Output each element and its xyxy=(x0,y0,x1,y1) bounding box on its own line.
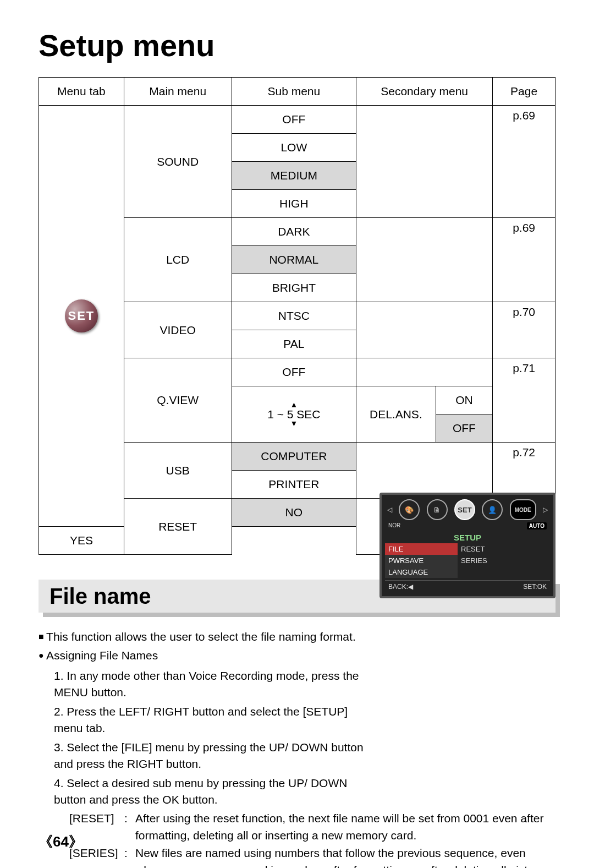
page-qview: p.71 xyxy=(493,358,556,443)
intro-text: This function allows the user to select … xyxy=(38,629,556,645)
sub-lcd-dark: DARK xyxy=(232,218,356,246)
col-page: Page xyxy=(493,78,556,106)
qview-range-text: 1 ~ 5 SEC xyxy=(267,408,320,420)
definitions: [RESET] : After using the reset function… xyxy=(69,810,556,868)
sec-sound xyxy=(356,106,493,218)
def-colon: : xyxy=(124,810,135,844)
user-icon: 👤 xyxy=(482,499,503,520)
steps-list: 1. In any mode other than Voice Recordin… xyxy=(54,668,556,809)
page-lcd: p.69 xyxy=(493,218,556,302)
col-menutab: Menu tab xyxy=(39,78,124,106)
lcd-file: FILE xyxy=(385,543,458,555)
main-reset: RESET xyxy=(124,499,232,555)
sub-qview-off: OFF xyxy=(232,358,356,386)
sub-reset-yes: YES xyxy=(39,527,124,555)
col-mainmenu: Main menu xyxy=(124,78,232,106)
lcd-nor: NOR xyxy=(388,522,400,529)
col-secondary: Secondary menu xyxy=(356,78,493,106)
lcd-figure: ◁ 🎨 🗎 SET 👤 MODE ▷ NOR AUTO SETUP FILERE… xyxy=(380,493,556,598)
col-submenu: Sub menu xyxy=(232,78,356,106)
sec-on: ON xyxy=(436,386,493,414)
step-3: 3. Select the [FILE] menu by pressing th… xyxy=(54,739,373,773)
main-video: VIDEO xyxy=(124,302,232,358)
page-sound: p.69 xyxy=(493,106,556,218)
def-colon: : xyxy=(124,845,135,868)
lcd-setok: SET:OK xyxy=(523,583,547,591)
main-lcd: LCD xyxy=(124,218,232,302)
lcd-setup-label: SETUP xyxy=(385,533,550,542)
sec-off: OFF xyxy=(436,414,493,443)
step-4: 4. Select a desired sub menu by pressing… xyxy=(54,775,373,809)
sub-usb-computer: COMPUTER xyxy=(232,443,356,471)
main-usb: USB xyxy=(124,443,232,499)
lcd-reset-opt: RESET xyxy=(458,543,550,555)
lcd-language: LANGUAGE xyxy=(385,566,458,578)
lcd-auto: AUTO xyxy=(527,522,547,529)
page-num-left: 《 xyxy=(38,833,53,850)
page-usb: p.72 xyxy=(493,443,556,499)
lcd-pwrsave: PWRSAVE xyxy=(385,555,458,566)
sub-sound-low: LOW xyxy=(232,134,356,162)
main-sound: SOUND xyxy=(124,106,232,218)
sub-qview-range: ▲ 1 ~ 5 SEC ▼ xyxy=(232,386,356,443)
sec-video xyxy=(356,302,493,358)
palette-icon: 🎨 xyxy=(399,499,420,520)
lcd-back: BACK:◀ xyxy=(388,583,413,591)
sec-usb xyxy=(356,443,493,499)
sub-video-ntsc: NTSC xyxy=(232,302,356,330)
main-qview: Q.VIEW xyxy=(124,358,232,443)
page-num-value: 64 xyxy=(53,833,69,850)
def-series-text: New files are named using numbers that f… xyxy=(135,845,556,868)
down-arrow-icon: ▼ xyxy=(290,420,298,427)
set-icon: SET xyxy=(65,299,98,332)
page-number: 《64》 xyxy=(38,832,83,851)
body-text: This function allows the user to select … xyxy=(38,629,556,868)
step-1: 1. In any mode other than Voice Recordin… xyxy=(54,668,373,701)
menutab-cell: SET xyxy=(39,106,124,527)
right-tri-icon: ▷ xyxy=(543,506,548,514)
doc-icon: 🗎 xyxy=(427,499,448,520)
sub-sound-off: OFF xyxy=(232,106,356,134)
sec-delans: DEL.ANS. xyxy=(356,386,436,443)
assigning-heading: Assigning File Names xyxy=(38,647,556,664)
sub-lcd-bright: BRIGHT xyxy=(232,274,356,302)
page-title: Setup menu xyxy=(38,28,556,63)
sec-lcd xyxy=(356,218,493,302)
sub-sound-medium: MEDIUM xyxy=(232,162,356,190)
setup-menu-table: Menu tab Main menu Sub menu Secondary me… xyxy=(38,77,556,555)
step-2: 2. Press the LEFT/ RIGHT button and sele… xyxy=(54,703,373,737)
sec-qview-off xyxy=(356,358,493,386)
lcd-mode-tab: MODE xyxy=(510,499,536,520)
sub-reset-no: NO xyxy=(232,499,356,527)
sub-sound-high: HIGH xyxy=(232,190,356,218)
lcd-series-opt: SERIES xyxy=(458,555,550,566)
page-video: p.70 xyxy=(493,302,556,358)
lcd-set-tab: SET xyxy=(454,499,475,520)
def-reset-text: After using the reset function, the next… xyxy=(135,810,556,844)
sub-video-pal: PAL xyxy=(232,330,356,358)
page-num-right: 》 xyxy=(69,833,83,850)
left-tri-icon: ◁ xyxy=(387,506,392,514)
sub-usb-printer: PRINTER xyxy=(232,471,356,499)
sub-lcd-normal: NORMAL xyxy=(232,246,356,274)
